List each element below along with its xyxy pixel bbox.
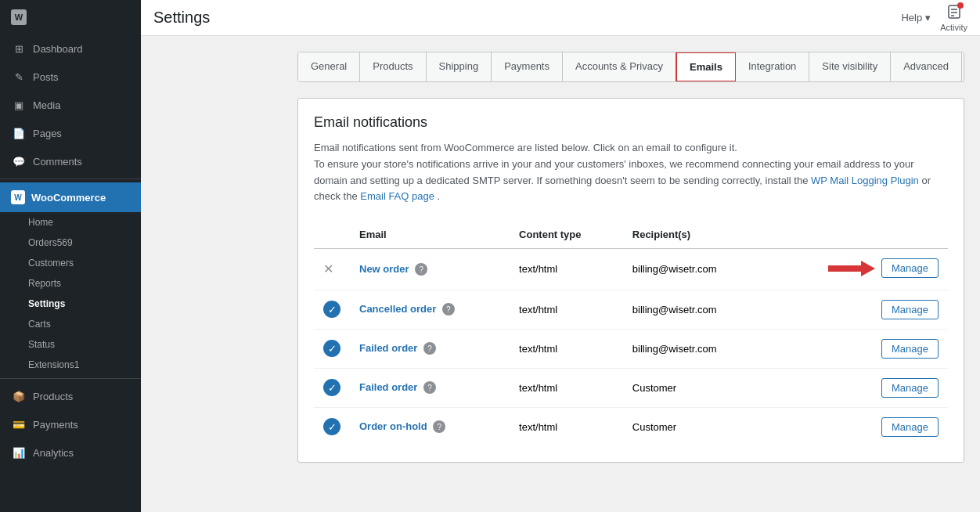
tab-emails[interactable]: Emails (676, 52, 737, 82)
email-name-cell: Failed order ? (350, 368, 510, 407)
sidebar-item-customers[interactable]: Customers (0, 253, 141, 273)
comments-icon: 💬 (11, 153, 27, 169)
main-content: General Products Shipping Payments Accou… (282, 36, 980, 512)
email-content-type-cell: text/html (510, 290, 623, 329)
email-recipient-cell: Customer (623, 407, 767, 446)
email-recipient-cell: billing@wisetr.com (623, 290, 767, 329)
email-status-cell: ✓ (314, 329, 350, 368)
extensions-badge: 1 (74, 359, 80, 370)
email-content-type-cell: text/html (510, 368, 623, 407)
sidebar-item-posts[interactable]: ✎ Posts (0, 63, 141, 91)
tab-integration[interactable]: Integration (736, 52, 809, 81)
settings-tabs: General Products Shipping Payments Accou… (297, 52, 964, 82)
table-row: ✓Order on-hold ?text/htmlCustomerManage (314, 407, 948, 446)
manage-button[interactable]: Manage (881, 378, 939, 398)
sidebar-item-dashboard[interactable]: ⊞ Dashboard (0, 34, 141, 63)
sidebar-item-pages[interactable]: 📄 Pages (0, 119, 141, 147)
email-manage-cell: Manage (767, 249, 948, 290)
sidebar-item-reports[interactable]: Reports (0, 273, 141, 294)
manage-button[interactable]: Manage (881, 417, 939, 437)
email-notifications-card: Email notifications Email notifications … (297, 98, 964, 463)
email-help-icon[interactable]: ? (423, 342, 436, 355)
svg-marker-4 (828, 261, 875, 276)
sidebar-logo: W (0, 0, 141, 34)
tab-advanced[interactable]: Advanced (891, 52, 962, 81)
email-help-icon[interactable]: ? (433, 420, 445, 433)
tab-shipping[interactable]: Shipping (427, 52, 492, 81)
sidebar-item-home[interactable]: Home (0, 212, 141, 233)
activity-button[interactable]: Activity (940, 4, 967, 32)
email-name-link[interactable]: Failed order (359, 342, 417, 354)
table-row: ✓Failed order ?text/htmlbilling@wisetr.c… (314, 329, 948, 368)
sidebar-item-media[interactable]: ▣ Media (0, 91, 141, 119)
sidebar-divider-2 (0, 378, 141, 379)
tab-payments[interactable]: Payments (492, 52, 563, 81)
sidebar-item-orders[interactable]: Orders 569 (0, 233, 141, 253)
sidebar-item-settings[interactable]: Settings (0, 294, 141, 314)
sidebar-item-label: Comments (33, 156, 82, 168)
disabled-x-icon: ✕ (323, 262, 333, 276)
tab-accounts[interactable]: Accounts & Privacy (563, 52, 676, 81)
activity-label: Activity (940, 23, 967, 32)
sidebar-item-status[interactable]: Status (0, 334, 141, 355)
email-help-icon[interactable]: ? (415, 263, 427, 276)
col-status (314, 221, 350, 249)
col-actions (767, 221, 948, 249)
email-content-type-cell: text/html (510, 407, 623, 446)
sidebar-item-carts[interactable]: Carts (0, 314, 141, 334)
tab-products[interactable]: Products (360, 52, 426, 81)
red-arrow-icon (828, 259, 875, 278)
sidebar: W ⊞ Dashboard ✎ Posts ▣ Media 📄 Pages 💬 … (0, 0, 141, 512)
email-help-icon[interactable]: ? (423, 381, 436, 394)
section-title: Email notifications (314, 114, 948, 131)
email-name-cell: Order on-hold ? (350, 407, 510, 446)
help-button[interactable]: Help ▾ (901, 12, 931, 23)
email-content-type-cell: text/html (510, 249, 623, 290)
products-icon: 📦 (11, 388, 27, 404)
email-help-icon[interactable]: ? (442, 303, 455, 315)
email-name-link[interactable]: New order (359, 263, 409, 275)
email-manage-cell: Manage (767, 290, 948, 329)
manage-button[interactable]: Manage (881, 300, 939, 319)
sidebar-item-products[interactable]: 📦 Products (0, 382, 141, 410)
email-recipient-cell: Customer (623, 368, 767, 407)
sidebar-item-extensions[interactable]: Extensions 1 (0, 355, 141, 375)
email-name-link[interactable]: Cancelled order (359, 303, 436, 315)
email-faq-link[interactable]: Email FAQ page (360, 190, 434, 202)
payments-icon: 💳 (11, 416, 27, 432)
col-content-type: Content type (510, 221, 623, 249)
wp-mail-logging-link[interactable]: WP Mail Logging Plugin (811, 175, 919, 186)
email-name-cell: Failed order ? (350, 329, 510, 368)
topbar: Settings Help ▾ Activity (141, 0, 980, 36)
email-name-link[interactable]: Order on-hold (359, 420, 427, 432)
email-status-cell: ✓ (314, 368, 350, 407)
orders-badge: 569 (57, 237, 73, 248)
sidebar-item-comments[interactable]: 💬 Comments (0, 147, 141, 175)
enabled-check: ✓ (323, 418, 340, 435)
sidebar-item-label: Dashboard (33, 43, 83, 55)
table-row: ✓Failed order ?text/htmlCustomerManage (314, 368, 948, 407)
email-recipient-cell: billing@wisetr.com (623, 249, 767, 290)
analytics-icon: 📊 (11, 445, 27, 460)
col-email: Email (350, 221, 510, 249)
email-status-cell: ✓ (314, 290, 350, 329)
media-icon: ▣ (11, 97, 27, 113)
email-recipient-cell: billing@wisetr.com (623, 329, 767, 368)
sidebar-woocommerce-header[interactable]: W WooCommerce (0, 182, 141, 212)
email-status-cell: ✕ (314, 249, 350, 290)
sidebar-item-label: Pages (33, 128, 62, 139)
tab-stripe[interactable]: Stripe (962, 52, 964, 81)
posts-icon: ✎ (11, 69, 27, 85)
sidebar-item-payments[interactable]: 💳 Payments (0, 410, 141, 438)
email-manage-cell: Manage (767, 407, 948, 446)
table-row: ✕New order ?text/htmlbilling@wisetr.com … (314, 249, 948, 290)
email-name-link[interactable]: Failed order (359, 381, 417, 393)
sidebar-item-analytics[interactable]: 📊 Analytics (0, 438, 141, 467)
tab-general[interactable]: General (298, 52, 360, 81)
tab-site-visibility[interactable]: Site visibility (809, 52, 891, 81)
email-status-cell: ✓ (314, 407, 350, 446)
manage-button[interactable]: Manage (881, 339, 939, 359)
enabled-check: ✓ (323, 340, 340, 357)
manage-button[interactable]: Manage (881, 258, 939, 278)
email-name-cell: Cancelled order ? (350, 290, 510, 329)
